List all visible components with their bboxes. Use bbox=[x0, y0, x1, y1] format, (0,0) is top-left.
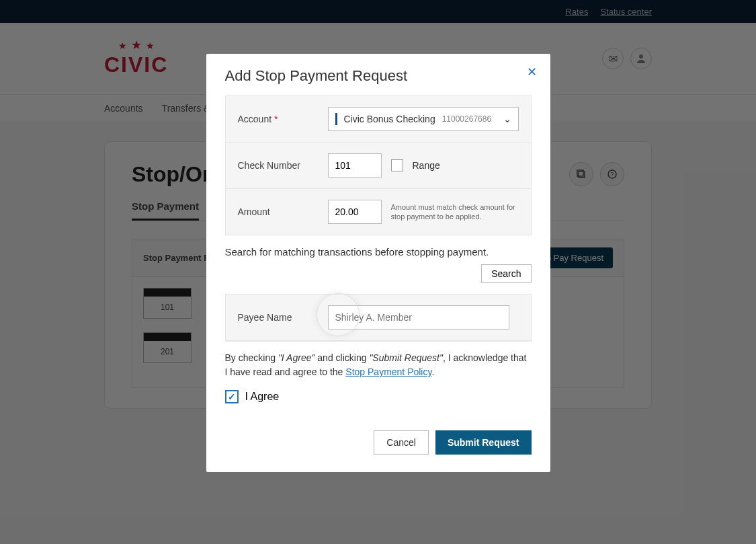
account-name: Civic Bonus Checking bbox=[344, 114, 435, 124]
payee-name-input[interactable] bbox=[328, 305, 509, 329]
submit-request-button[interactable]: Submit Request bbox=[435, 430, 532, 455]
disclaimer-text: By checking "I Agree" and clicking "Subm… bbox=[225, 342, 532, 385]
search-button[interactable]: Search bbox=[481, 264, 531, 283]
agree-checkbox[interactable]: ✓ bbox=[225, 390, 239, 403]
modal-title: Add Stop Payment Request bbox=[225, 67, 532, 85]
account-label: Account * bbox=[238, 114, 319, 124]
amount-label: Amount bbox=[238, 206, 319, 217]
chevron-down-icon: ⌄ bbox=[503, 114, 511, 124]
range-label: Range bbox=[413, 160, 440, 171]
cancel-button[interactable]: Cancel bbox=[374, 430, 429, 455]
range-checkbox[interactable] bbox=[391, 159, 403, 171]
account-select[interactable]: Civic Bonus Checking 11000267686 ⌄ bbox=[328, 107, 519, 131]
payee-name-label: Payee Name bbox=[238, 312, 319, 323]
account-number: 11000267686 bbox=[442, 114, 491, 124]
add-stop-payment-modal: ✕ Add Stop Payment Request Account * Civ… bbox=[206, 54, 550, 472]
modal-overlay: ✕ Add Stop Payment Request Account * Civ… bbox=[0, 0, 756, 544]
stop-payment-policy-link[interactable]: Stop Payment Policy bbox=[345, 366, 431, 377]
amount-hint: Amount must match check amount for stop … bbox=[391, 202, 519, 222]
agree-label: I Agree bbox=[245, 391, 280, 403]
amount-input[interactable] bbox=[328, 200, 382, 224]
check-number-input[interactable] bbox=[328, 153, 382, 178]
search-instruction: Search for matching transactions before … bbox=[225, 246, 489, 258]
close-icon[interactable]: ✕ bbox=[527, 65, 537, 79]
check-number-label: Check Number bbox=[238, 160, 319, 171]
